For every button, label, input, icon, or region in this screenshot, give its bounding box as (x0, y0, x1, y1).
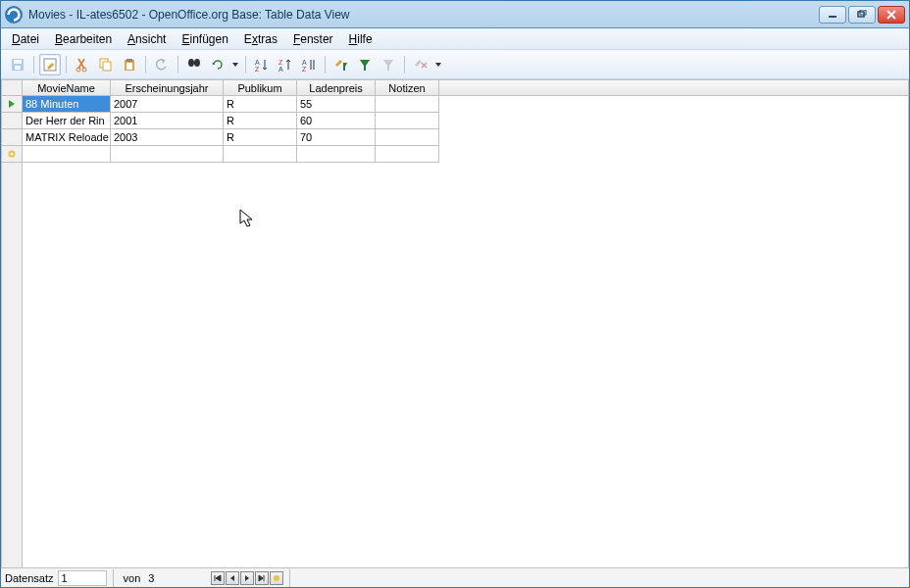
of-label: von (120, 572, 145, 584)
table-new-row (1, 146, 909, 163)
toolbar-separator (33, 56, 34, 74)
sort-icon[interactable]: AZ (298, 54, 320, 75)
svg-text:A: A (278, 66, 283, 73)
cell-ladenpreis[interactable]: 60 (297, 113, 376, 129)
column-header-erscheinungsjahr[interactable]: Erscheinungsjahr (111, 79, 224, 96)
cell-erscheinungsjahr[interactable]: 2007 (111, 96, 224, 113)
cell-ladenpreis[interactable]: 70 (297, 129, 376, 146)
column-header-publikum[interactable]: Publikum (224, 79, 297, 96)
cell-erscheinungsjahr[interactable] (111, 146, 224, 163)
row-selector[interactable] (1, 113, 23, 129)
cell-publikum[interactable]: R (224, 129, 297, 146)
record-nav (211, 571, 283, 585)
sort-asc-icon[interactable]: AZ (251, 54, 273, 75)
nav-new-icon[interactable] (270, 571, 283, 585)
close-button[interactable] (878, 6, 905, 24)
cell-moviename[interactable]: Der Herr der Rin (23, 113, 111, 129)
refresh-icon[interactable] (207, 54, 228, 75)
paste-icon[interactable] (119, 54, 140, 75)
nav-prev-icon[interactable] (226, 571, 239, 585)
svg-rect-18 (193, 62, 195, 64)
header-stretch (439, 79, 909, 96)
menu-window[interactable]: Fenster (286, 30, 340, 48)
menu-extras[interactable]: Extras (237, 30, 284, 48)
svg-text:Z: Z (278, 59, 283, 66)
svg-rect-7 (15, 66, 21, 70)
row-selector-new[interactable] (1, 146, 23, 163)
toolbar-separator (325, 56, 326, 74)
row-selector[interactable] (1, 129, 23, 146)
menu-insert[interactable]: Einfügen (175, 30, 234, 48)
table-row: Der Herr der Rin 2001 R 60 (1, 113, 909, 129)
svg-text:Z: Z (302, 66, 307, 73)
cell-publikum[interactable]: R (224, 96, 297, 113)
cell-moviename[interactable] (23, 146, 111, 163)
row-gutter (1, 163, 23, 567)
column-header-moviename[interactable]: MovieName (23, 79, 111, 96)
column-header-ladenpreis[interactable]: Ladenpreis (297, 79, 376, 96)
svg-rect-14 (126, 59, 132, 62)
nav-last-icon[interactable] (255, 571, 269, 585)
cut-icon[interactable] (72, 54, 93, 75)
cell-notizen[interactable] (376, 129, 439, 146)
application-window: Movies - IL-ates6502 - OpenOffice.org Ba… (0, 0, 910, 588)
standardfilter-icon[interactable] (354, 54, 376, 75)
copy-icon[interactable] (95, 54, 117, 75)
minimize-button[interactable] (819, 6, 846, 24)
menu-file[interactable]: Datei (5, 30, 46, 48)
cell-erscheinungsjahr[interactable]: 2003 (111, 129, 224, 146)
cell-publikum[interactable]: R (224, 113, 297, 129)
data-grid: MovieName Erscheinungsjahr Publikum Lade… (1, 79, 909, 567)
table-row: 88 Minuten 2007 R 55 (1, 96, 909, 113)
cell-ladenpreis[interactable] (297, 146, 376, 163)
table-row: MATRIX Reloade 2003 R 70 (1, 129, 909, 146)
nav-first-icon[interactable] (211, 571, 225, 585)
row-stretch (439, 146, 909, 163)
find-icon[interactable] (183, 54, 205, 75)
record-label: Datensatz (1, 572, 58, 584)
select-all-corner[interactable] (1, 79, 23, 96)
svg-text:Z: Z (255, 66, 260, 73)
toolbar-separator (66, 56, 67, 74)
nav-next-icon[interactable] (240, 571, 254, 585)
grid-header-row: MovieName Erscheinungsjahr Publikum Lade… (1, 79, 909, 96)
sort-desc-icon[interactable]: ZA (275, 54, 296, 75)
svg-text:A: A (255, 59, 260, 66)
menu-view[interactable]: Ansicht (121, 30, 173, 48)
autofilter-icon[interactable] (330, 54, 352, 75)
maximize-button[interactable] (848, 6, 876, 24)
svg-rect-15 (126, 63, 132, 70)
toolbar-separator (404, 56, 405, 74)
statusbar-separator (289, 569, 290, 587)
edit-mode-icon[interactable] (39, 54, 61, 75)
undo-icon[interactable] (151, 54, 173, 75)
svg-point-28 (11, 153, 14, 156)
app-icon (5, 6, 23, 24)
content-area: MovieName Erscheinungsjahr Publikum Lade… (1, 79, 909, 567)
svg-text:A: A (302, 59, 307, 66)
save-icon[interactable] (7, 54, 28, 75)
toolbar-separator (177, 56, 178, 74)
column-header-notizen[interactable]: Notizen (376, 79, 439, 96)
delete-filter-icon[interactable] (410, 54, 431, 75)
cell-notizen[interactable] (376, 96, 439, 113)
titlebar[interactable]: Movies - IL-ates6502 - OpenOffice.org Ba… (1, 1, 909, 28)
cell-erscheinungsjahr[interactable]: 2001 (111, 113, 224, 129)
menu-edit[interactable]: Bearbeiten (48, 30, 119, 48)
menu-help[interactable]: Hilfe (342, 30, 379, 48)
menubar: Datei Bearbeiten Ansicht Einfügen Extras… (1, 28, 909, 50)
row-stretch (439, 96, 909, 113)
record-number-input[interactable] (58, 570, 107, 586)
cell-notizen[interactable] (376, 146, 439, 163)
toolbar-dropdown-icon[interactable] (433, 61, 443, 69)
removefilter-icon[interactable] (378, 54, 399, 75)
cell-moviename[interactable]: MATRIX Reloade (23, 129, 111, 146)
cell-publikum[interactable] (224, 146, 297, 163)
cell-notizen[interactable] (376, 113, 439, 129)
row-selector-current[interactable] (1, 96, 23, 113)
cell-moviename[interactable]: 88 Minuten (23, 96, 111, 113)
cell-ladenpreis[interactable]: 55 (297, 96, 376, 113)
svg-rect-6 (14, 60, 22, 64)
refresh-dropdown-icon[interactable] (230, 61, 240, 69)
row-stretch (439, 129, 909, 146)
